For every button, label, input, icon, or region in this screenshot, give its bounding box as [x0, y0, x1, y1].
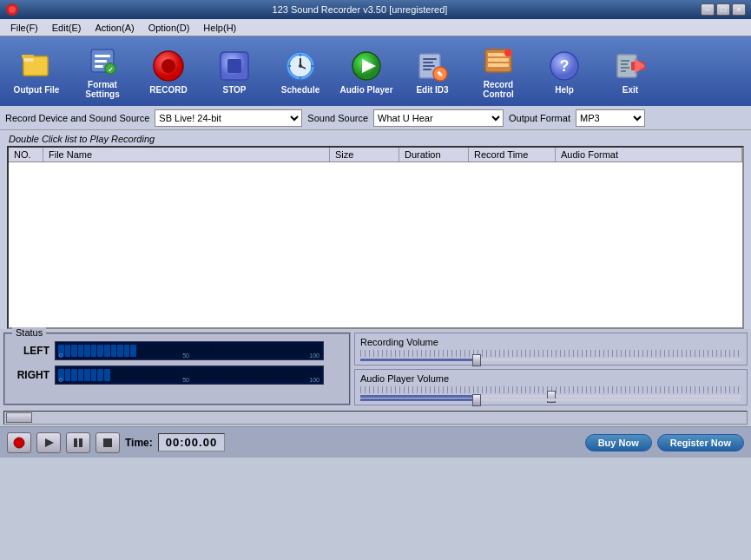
svg-rect-28	[423, 62, 433, 63]
svg-rect-49	[74, 438, 77, 447]
record-icon	[151, 49, 186, 83]
exit-icon	[613, 49, 648, 83]
svg-rect-6	[95, 55, 110, 57]
record-transport-button[interactable]	[7, 432, 31, 453]
device-row: Record Device and Sound Source SB Live! …	[0, 106, 751, 130]
help-button[interactable]: ? Help	[533, 41, 596, 102]
schedule-icon	[283, 49, 318, 83]
edit-id3-button[interactable]: ✎ Edit ID3	[401, 41, 464, 102]
play-button[interactable]	[36, 432, 61, 453]
audio-player-button[interactable]: Audio Player	[335, 41, 398, 102]
device-label: Record Device and Sound Source	[5, 113, 149, 123]
title-bar: 123 Sound Recorder v3.50 [unregistered] …	[0, 0, 751, 19]
svg-rect-50	[79, 438, 82, 447]
svg-point-23	[299, 64, 302, 68]
col-filename: File Name	[43, 148, 330, 161]
col-size: Size	[330, 148, 399, 161]
title-bar-controls: – □ ×	[701, 3, 746, 16]
record-button[interactable]: RECORD	[137, 41, 200, 102]
output-label: Output Format	[509, 113, 570, 123]
audio-player-icon	[349, 49, 384, 83]
svg-marker-48	[45, 438, 54, 447]
recording-volume-label: Recording Volume	[360, 337, 741, 347]
svg-rect-8	[95, 65, 103, 68]
svg-point-47	[14, 438, 24, 448]
bottom-section: Status LEFT document.write(Array.from({l…	[0, 329, 751, 409]
audio-player-volume-slider-2[interactable]	[360, 399, 741, 401]
menu-help[interactable]: Help(H)	[196, 21, 243, 35]
menu-option[interactable]: Option(D)	[142, 21, 197, 35]
svg-rect-27	[423, 58, 437, 60]
svg-rect-35	[488, 58, 509, 62]
right-label: RIGHT	[10, 369, 49, 381]
col-recordtime: Record Time	[469, 148, 556, 161]
format-settings-icon: ✓	[85, 43, 120, 78]
audio-player-volume-label: Audio Player Volume	[360, 373, 741, 384]
svg-rect-7	[95, 60, 107, 63]
svg-point-12	[161, 59, 175, 73]
title-bar-text: 123 Sound Recorder v3.50 [unregistered]	[19, 4, 701, 15]
output-file-button[interactable]: Output File	[5, 41, 68, 102]
file-list-body[interactable]	[9, 162, 742, 327]
source-select[interactable]: What U Hear	[373, 109, 504, 127]
volume-controls: Recording Volume Audio Player Volume	[354, 333, 748, 405]
right-vu-row: RIGHT document.write(Array.from({length:…	[10, 366, 344, 385]
stop-transport-button[interactable]	[96, 432, 120, 453]
register-now-button[interactable]: Register Now	[657, 434, 744, 451]
svg-rect-14	[227, 59, 241, 73]
stop-button[interactable]: STOP	[203, 41, 266, 102]
svg-rect-4	[22, 55, 34, 58]
file-list-container: NO. File Name Size Duration Record Time …	[7, 146, 744, 329]
left-label: LEFT	[10, 345, 49, 357]
svg-rect-30	[423, 69, 431, 70]
toolbar: Output File ✓ Format Settings	[0, 36, 751, 106]
device-select[interactable]: SB Live! 24-bit	[155, 109, 302, 127]
record-control-icon	[481, 43, 516, 78]
menu-edit[interactable]: Edit(E)	[45, 21, 89, 35]
file-list-columns: NO. File Name Size Duration Record Time …	[9, 148, 742, 162]
source-label: Sound Source	[307, 113, 368, 123]
format-settings-button[interactable]: ✓ Format Settings	[71, 41, 134, 102]
col-no: NO.	[9, 148, 43, 161]
title-bar-icon	[5, 3, 19, 16]
audio-player-volume-box: Audio Player Volume	[354, 369, 748, 405]
scrollbar-thumb[interactable]	[6, 412, 32, 423]
record-control-button[interactable]: Record Control	[467, 41, 530, 102]
edit-id3-icon: ✎	[415, 49, 450, 83]
svg-text:✓: ✓	[108, 66, 114, 74]
scrollbar-area[interactable]	[3, 411, 748, 425]
menu-action[interactable]: Action(A)	[88, 21, 141, 35]
left-vu-row: LEFT document.write(Array.from({length:4…	[10, 341, 344, 360]
transport-bar: Time: 00:00.00 Buy Now Register Now	[0, 426, 751, 458]
menu-bar: File(F) Edit(E) Action(A) Option(D) Help…	[0, 19, 751, 36]
col-audioformat: Audio Format	[556, 148, 742, 161]
help-icon: ?	[547, 49, 582, 83]
svg-text:✎: ✎	[437, 70, 444, 79]
svg-marker-42	[635, 58, 645, 74]
output-file-icon	[19, 49, 54, 83]
stop-icon	[217, 49, 252, 83]
status-title: Status	[12, 327, 46, 338]
buy-now-button[interactable]: Buy Now	[585, 434, 652, 451]
minimize-button[interactable]: –	[701, 3, 715, 16]
left-vu-meter: document.write(Array.from({length:40}, (…	[55, 341, 324, 360]
svg-text:?: ?	[560, 57, 570, 75]
svg-rect-51	[103, 438, 112, 447]
svg-rect-36	[488, 63, 509, 67]
recording-volume-slider[interactable]	[360, 359, 741, 361]
svg-point-1	[9, 6, 16, 13]
schedule-button[interactable]: Schedule	[269, 41, 332, 102]
svg-point-37	[504, 49, 511, 56]
recording-volume-box: Recording Volume	[354, 333, 748, 366]
status-box: Status LEFT document.write(Array.from({l…	[3, 333, 351, 405]
output-select[interactable]: MP3	[576, 109, 645, 127]
col-duration: Duration	[399, 148, 469, 161]
time-display: 00:00.00	[158, 433, 225, 451]
close-button[interactable]: ×	[732, 3, 746, 16]
time-label: Time:	[125, 437, 153, 449]
maximize-button[interactable]: □	[716, 3, 730, 16]
exit-button[interactable]: Exit	[599, 41, 662, 102]
pause-button[interactable]	[66, 432, 90, 453]
menu-file[interactable]: File(F)	[3, 21, 45, 35]
svg-rect-29	[423, 65, 435, 67]
